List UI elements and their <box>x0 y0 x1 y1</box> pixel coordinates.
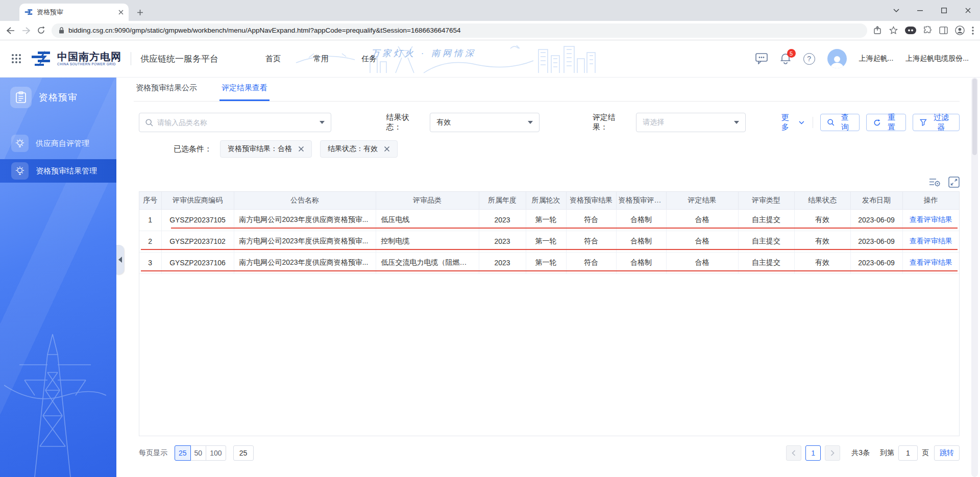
transmission-tower-decoration <box>4 324 106 477</box>
refresh-icon <box>873 119 881 127</box>
extension-badge-icon[interactable] <box>905 27 916 34</box>
page-size-100[interactable]: 100 <box>206 445 226 461</box>
user-avatar[interactable] <box>827 49 847 68</box>
chip-prequalify-result: 资格预审结果：合格 <box>220 140 312 158</box>
sidebar-item-label: 供应商自评管理 <box>36 139 89 148</box>
scrollbar-track[interactable] <box>971 78 978 477</box>
browser-profile-icon[interactable] <box>955 26 965 35</box>
cell-seq: 1 <box>139 209 161 231</box>
share-icon[interactable] <box>873 26 882 35</box>
result-status-select[interactable]: 有效 <box>430 113 540 132</box>
jump-button[interactable]: 跳转 <box>934 445 960 461</box>
result-status-label: 结果状态： <box>386 113 424 132</box>
back-icon[interactable] <box>6 27 15 35</box>
browser-url-bar: bidding.csg.cn:9090/gmp/static/gmpweb/wo… <box>0 21 980 40</box>
forward-icon[interactable] <box>21 27 31 35</box>
menu-kebab-icon[interactable] <box>972 27 974 35</box>
tab-prequalify-result-publicity[interactable]: 资格预审结果公示 <box>134 83 199 101</box>
chevron-right-icon <box>830 450 835 456</box>
scrollbar-thumb[interactable] <box>972 79 977 155</box>
page-tabs: 资格预审结果公示 评定结果查看 <box>134 78 960 102</box>
sidebar-item-label: 资格预审结果管理 <box>36 166 97 176</box>
nav-frequent[interactable]: 常用 <box>313 54 329 64</box>
tab-search-chevron-icon[interactable] <box>884 0 908 21</box>
messages-icon[interactable] <box>755 53 768 64</box>
header-divider <box>131 52 131 65</box>
url-text: bidding.csg.cn:9090/gmp/static/gmpweb/wo… <box>68 27 461 34</box>
view-review-result-link[interactable]: 查看评审结果 <box>910 237 952 245</box>
goto-page-input[interactable] <box>898 445 918 461</box>
tab-evaluation-result-view[interactable]: 评定结果查看 <box>219 83 270 101</box>
table-header-row: 序号 评审供应商编码 公告名称 评审品类 所属年度 所属轮次 资格预审结果 资格… <box>139 192 959 209</box>
maximize-button[interactable] <box>932 0 956 21</box>
apps-grid-icon[interactable] <box>11 54 21 64</box>
extensions-puzzle-icon[interactable] <box>923 26 932 35</box>
bulb-icon <box>11 162 29 180</box>
filter-button[interactable]: 过滤器 <box>913 114 960 131</box>
user-name[interactable]: 上海起帆... <box>859 54 894 63</box>
search-icon <box>145 119 153 127</box>
minimize-button[interactable] <box>908 0 932 21</box>
col-publish-date: 发布日期 <box>850 192 902 209</box>
chip-close-icon[interactable] <box>384 146 390 152</box>
brand-slogan: 万家灯火 · 南网情深 <box>371 47 476 59</box>
reload-icon[interactable] <box>37 26 45 35</box>
col-result-status: 结果状态 <box>794 192 850 209</box>
new-tab-button[interactable] <box>133 5 147 19</box>
column-settings-icon[interactable] <box>929 177 941 187</box>
bookmark-star-icon[interactable] <box>889 26 898 35</box>
sidebar-collapse-handle[interactable] <box>116 245 124 274</box>
screen: 资格预审 <box>0 0 980 477</box>
browser-tab[interactable]: 资格预审 <box>19 4 129 21</box>
total-count: 共3条 <box>851 448 870 458</box>
filter-row: 结果状态： 有效 评定结果： 请选择 更多 <box>139 113 960 132</box>
chip-close-icon[interactable] <box>298 146 304 152</box>
address-bar[interactable]: bidding.csg.cn:9090/gmp/static/gmpweb/wo… <box>52 23 867 38</box>
company-name[interactable]: 上海起帆电缆股份... <box>905 54 969 63</box>
query-button[interactable]: 查询 <box>820 114 860 131</box>
goto-suffix: 页 <box>922 448 929 458</box>
csg-logo: 中国南方电网 CHINA SOUTHERN POWER GRID <box>30 51 121 67</box>
favicon-csg-icon <box>24 9 33 16</box>
bulb-icon <box>11 135 29 152</box>
chevron-down-icon <box>799 121 804 124</box>
help-icon[interactable]: ? <box>803 53 815 65</box>
nav-tasks[interactable]: 任务 <box>361 54 377 64</box>
more-link[interactable]: 更多 <box>781 113 804 132</box>
top-nav: 首页 常用 任务 <box>265 54 377 64</box>
view-review-result-link[interactable]: 查看评审结果 <box>910 215 952 223</box>
evaluation-result-label: 评定结果： <box>593 113 630 132</box>
category-search-input[interactable] <box>157 118 315 127</box>
lock-icon <box>59 27 64 34</box>
col-eval-result: 评定结果 <box>666 192 738 209</box>
browser-actions <box>873 26 974 35</box>
evaluation-result-select[interactable]: 请选择 <box>636 113 746 132</box>
side-panel-icon[interactable] <box>939 27 948 34</box>
nav-home[interactable]: 首页 <box>265 54 281 64</box>
col-prequalify-result: 资格预审结果 <box>566 192 616 209</box>
sidebar-item-supplier-self-eval[interactable]: 供应商自评管理 <box>0 132 116 155</box>
prev-page-button[interactable] <box>786 445 801 461</box>
page-size-25[interactable]: 25 <box>175 445 191 461</box>
page-size-50[interactable]: 50 <box>190 445 207 461</box>
main-content: 资格预审结果公示 评定结果查看 结果状态： 有效 <box>116 78 980 477</box>
tab-close-icon[interactable] <box>118 10 124 15</box>
chip-text: 资格预审结果：合格 <box>228 144 292 154</box>
notifications-bell-icon[interactable]: 5 <box>780 53 791 65</box>
sidebar-item-prequalify-result-mgmt[interactable]: 资格预审结果管理 <box>0 159 116 183</box>
pager: 1 共3条 到第 页 跳转 <box>786 445 960 461</box>
close-window-button[interactable] <box>956 0 980 21</box>
reset-button[interactable]: 重置 <box>866 114 906 131</box>
next-page-button[interactable] <box>825 445 840 461</box>
view-review-result-link[interactable]: 查看评审结果 <box>910 258 952 266</box>
page-number-button[interactable]: 1 <box>805 445 821 461</box>
sidebar: 资格预审 供应商自评管理 资格预审结果管理 <box>0 78 116 477</box>
app-body: 资格预审 供应商自评管理 资格预审结果管理 <box>0 78 980 477</box>
red-annotation-line <box>141 270 958 271</box>
content: 结果状态： 有效 评定结果： 请选择 更多 <box>139 113 960 461</box>
fullscreen-icon[interactable] <box>948 177 960 188</box>
logo-title: 中国南方电网 <box>57 51 121 62</box>
sidebar-app-title: 资格预审 <box>0 78 116 109</box>
page-size-value-box[interactable]: 25 <box>233 445 254 461</box>
category-search-combo[interactable] <box>139 113 331 132</box>
